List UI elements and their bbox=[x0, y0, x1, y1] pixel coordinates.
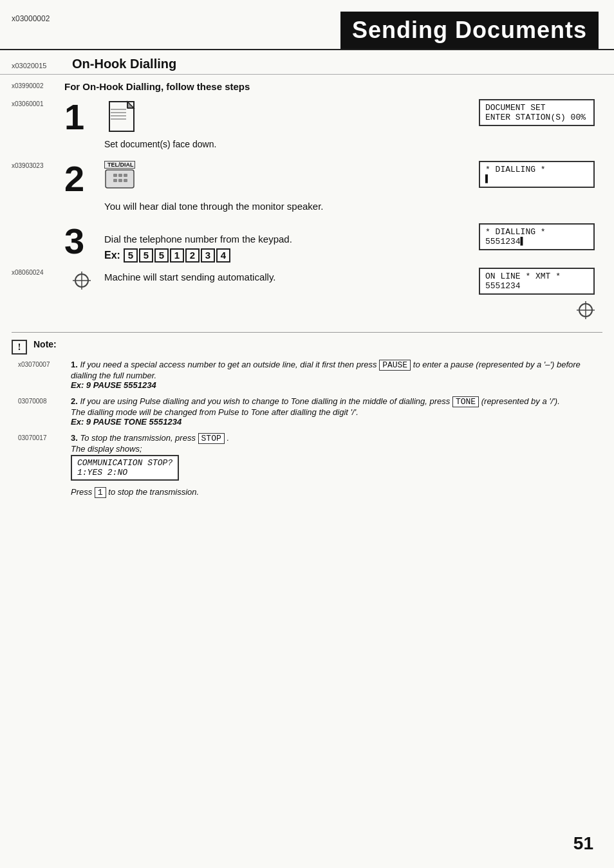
step3-displays: * DIALLING * 5551234▌ bbox=[453, 223, 595, 254]
step3-content: Dial the telephone number from the keypa… bbox=[99, 223, 453, 263]
note1-example: Ex: 9 PAUSE 5551234 bbox=[71, 380, 156, 390]
tel-button-svg bbox=[104, 169, 135, 190]
step3-description: Dial the telephone number from the keypa… bbox=[104, 234, 453, 245]
note1-code: x03070007 bbox=[18, 360, 71, 368]
note3-comm-line2: 1:YES 2:NO bbox=[77, 468, 172, 477]
machine-display-box: ON LINE * XMT * 5551234 bbox=[479, 268, 595, 295]
doc-code-top: x03000002 bbox=[12, 14, 50, 23]
note1-body: 1. If you need a special access number t… bbox=[71, 360, 602, 390]
step3-body: 3 Dial the telephone number from the key… bbox=[64, 223, 595, 263]
step2-row: x03903023 2 TEL/DIAL bbox=[12, 161, 595, 212]
note-section: ! Note: x03070007 1. If you need a speci… bbox=[12, 332, 602, 498]
key-2: 2 bbox=[185, 248, 200, 263]
note3-display-label: The display shows; bbox=[71, 444, 142, 454]
note3-stop-button: STOP bbox=[198, 433, 225, 444]
machine-description: Machine will start sending automatically… bbox=[104, 272, 453, 282]
step1-number: 1 bbox=[64, 99, 99, 135]
intro-code: x03990002 bbox=[12, 81, 64, 89]
step3-display1: * DIALLING * 5551234▌ bbox=[479, 223, 595, 250]
key-1: 1 bbox=[170, 248, 184, 263]
step2-display: * DIALLING * ▌ bbox=[453, 161, 595, 192]
key-4: 4 bbox=[216, 248, 230, 263]
step1-description: Set document(s) face down. bbox=[104, 139, 453, 149]
note3-code: 03070017 bbox=[18, 433, 71, 441]
note-header: ! Note: bbox=[12, 339, 602, 355]
key-5-3: 5 bbox=[154, 248, 169, 263]
note3-number: 3. bbox=[71, 433, 78, 443]
note1-number: 1. bbox=[71, 360, 78, 369]
svg-rect-11 bbox=[124, 174, 127, 177]
step2-content: TEL/DIAL You will hear dial tone bbox=[99, 161, 453, 212]
note2-number: 2. bbox=[71, 396, 78, 406]
note3-press-suffix: to stop the transmission. bbox=[108, 487, 199, 497]
note2-before: If you are using Pulse dialling and you … bbox=[80, 396, 450, 406]
note3-after: . bbox=[227, 433, 229, 443]
svg-rect-10 bbox=[118, 174, 122, 177]
step3-row: 3 Dial the telephone number from the key… bbox=[12, 223, 595, 263]
note3-text: 3. To stop the transmission, press STOP … bbox=[71, 433, 602, 482]
note2-example: Ex: 9 PAUSE TONE 5551234 bbox=[71, 417, 181, 427]
svg-rect-14 bbox=[124, 179, 127, 182]
svg-rect-12 bbox=[113, 179, 117, 182]
key-5-1: 5 bbox=[124, 248, 138, 263]
example-label: Ex: bbox=[104, 250, 120, 261]
step2-body: 2 TEL/DIAL bbox=[64, 161, 595, 212]
section-title: On-Hook Dialling bbox=[72, 57, 176, 71]
machine-text-wrap: Machine will start sending automatically… bbox=[99, 268, 453, 282]
tel-dial-icon: TEL/DIAL bbox=[104, 161, 135, 193]
step1-row: x03060001 1 bbox=[12, 99, 595, 149]
step1-display-box: DOCUMENT SET ENTER STATION(S) 00% bbox=[479, 99, 595, 126]
document-icon bbox=[104, 99, 143, 135]
step3-number: 3 bbox=[64, 223, 99, 259]
svg-rect-9 bbox=[113, 174, 117, 177]
note2-text: 2. If you are using Pulse dialling and y… bbox=[71, 396, 602, 427]
note3-body: 3. To stop the transmission, press STOP … bbox=[71, 433, 602, 498]
svg-rect-13 bbox=[118, 179, 122, 182]
note2-code: 03070008 bbox=[18, 396, 71, 405]
intro-text: For On-Hook Dialling, follow these steps bbox=[64, 81, 595, 93]
note3-before: To stop the transmission, press bbox=[80, 433, 195, 443]
note2-extra: The dialling mode will be changed from P… bbox=[71, 407, 358, 417]
crosshair-left bbox=[64, 268, 99, 290]
key-3: 3 bbox=[201, 248, 215, 263]
page-title: Sending Documents bbox=[340, 12, 599, 49]
note2-body: 2. If you are using Pulse dialling and y… bbox=[71, 396, 602, 427]
step1-display: DOCUMENT SET ENTER STATION(S) 00% bbox=[453, 99, 595, 130]
section-code: x03020015 bbox=[12, 62, 63, 69]
step1-content: Set document(s) face down. bbox=[99, 99, 453, 149]
step2-code: x03903023 bbox=[12, 161, 64, 169]
note-label: Note: bbox=[33, 339, 57, 349]
note1-pause-button: PAUSE bbox=[379, 360, 411, 371]
note2-tone-button: TONE bbox=[452, 396, 479, 407]
example-keys-row: Ex: 5 5 5 1 2 3 4 bbox=[104, 248, 453, 263]
note2-row: 03070008 2. If you are using Pulse diall… bbox=[18, 396, 602, 427]
step3-code bbox=[12, 223, 64, 225]
intro-description: For On-Hook Dialling, follow these steps bbox=[64, 81, 250, 92]
note3-comm-display: COMMUNICATION STOP? 1:YES 2:NO bbox=[71, 455, 179, 481]
note3-row: 03070017 3. To stop the transmission, pr… bbox=[18, 433, 602, 498]
step1-code: x03060001 bbox=[12, 99, 64, 107]
main-content: x03990002 For On-Hook Dialling, follow t… bbox=[0, 81, 614, 319]
note3-press-text: Press 1 to stop the transmission. bbox=[71, 487, 602, 498]
intro-row: x03990002 For On-Hook Dialling, follow t… bbox=[12, 81, 595, 93]
note1-text: 1. If you need a special access number t… bbox=[71, 360, 602, 390]
note1-before: If you need a special access number to g… bbox=[80, 360, 377, 369]
note1-row: x03070007 1. If you need a special acces… bbox=[18, 360, 602, 390]
note3-press-key: 1 bbox=[95, 487, 106, 498]
page: x03000002 Sending Documents x03020015 On… bbox=[0, 0, 614, 868]
note-exclamation-icon: ! bbox=[12, 340, 27, 355]
section-header: x03020015 On-Hook Dialling bbox=[0, 49, 614, 75]
step2-number: 2 bbox=[64, 161, 99, 197]
machine-body: Machine will start sending automatically… bbox=[64, 268, 595, 319]
note2-after: (represented by a '/'). bbox=[481, 396, 560, 406]
machine-row: x08060024 Machine will start sending aut… bbox=[12, 268, 595, 319]
step2-display-box: * DIALLING * ▌ bbox=[479, 161, 595, 188]
header: x03000002 Sending Documents bbox=[0, 0, 614, 49]
note3-press-label: Press bbox=[71, 487, 92, 497]
page-number: 51 bbox=[573, 833, 593, 854]
note3-comm-line1: COMMUNICATION STOP? bbox=[77, 458, 172, 468]
step1-body: 1 Set document(s) face bbox=[64, 99, 595, 149]
step2-description: You will hear dial tone through the moni… bbox=[104, 201, 453, 212]
key-5-2: 5 bbox=[139, 248, 153, 263]
svg-marker-1 bbox=[127, 102, 134, 108]
